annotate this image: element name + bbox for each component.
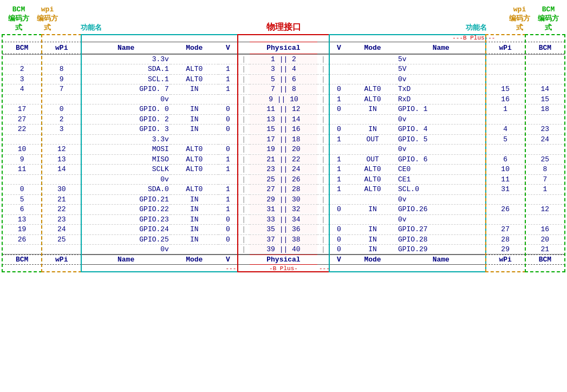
cell-pipe: | [238,54,250,64]
foot-v-right: V [329,255,349,265]
cell-name-l: SDA.1 [81,64,171,74]
cell-mode-l [171,54,218,64]
cell-name-r: GPIO. 6 [396,154,486,164]
cell-bcm-r [525,194,565,204]
cell-name-l: 3.3v [81,134,171,144]
cell-pipe: | [238,214,250,224]
cell-bcm-r [525,64,565,74]
cell-pipe: | [317,225,329,234]
cell-name-l: MISO [81,154,171,164]
foot-v-left: V [218,255,238,265]
cell-name-r: 5v [396,54,486,64]
cell-name-r: CE1 [396,174,486,184]
table-row: 47GPIO. 7IN1|7 || 8|0ALT0TxD1514 [2,84,565,94]
cell-name-r: 0v [396,74,486,84]
cell-mode-r [349,54,396,64]
cell-physical: 17 || 18 [250,134,317,144]
cell-pipe: | [317,165,329,174]
table-header-row: BCM wPi Name Mode V Physical V Mode Name… [2,42,565,54]
table-row: 2625GPIO.25IN0|37 || 38|0INGPIO.282820 [2,234,565,244]
cell-mode-r [349,145,396,154]
cell-name-l: GPIO.23 [81,214,171,224]
cell-name-l: 0v [81,245,171,254]
table-row: 0v|39 || 40|0INGPIO.292921 [2,245,565,254]
cell-v-l: 1 [218,185,238,194]
cell-name-r: 0v [396,194,486,204]
cell-v-l: 0 [218,145,238,154]
cell-mode-l: IN [171,104,218,114]
cell-bcm-r [525,54,565,64]
table-row: 39SCL.1ALT01|5 || 6|0v [2,74,565,84]
col-mode-right: Mode [349,42,396,54]
cell-v-r: 0 [329,84,349,94]
foot-bcm-left: BCM [2,255,42,265]
table-row: 272GPIO. 2IN0|13 || 14|0v [2,114,565,124]
cell-mode-l [171,245,218,254]
table-footer-row: BCM wPi Name Mode V Physical V Mode Name… [2,255,565,265]
cell-v-l: 1 [218,165,238,174]
cell-name-r: GPIO.26 [396,205,486,214]
col-physical-left: Physical [250,42,317,54]
table-wrapper: ---B Plus--- BCM wPi Name Mode V Physica… [2,34,565,273]
cell-name-r: GPIO. 1 [396,104,486,114]
cell-physical: 5 || 6 [250,74,317,84]
cell-wpi-l: 13 [42,154,81,164]
cell-name-r: 5V [396,64,486,74]
cell-mode-l: ALT0 [171,185,218,194]
cell-mode-r [349,194,396,204]
cell-mode-r [349,64,396,74]
table-row: 1114SCLKALT01|23 || 24|1ALT0CE0108 [2,165,565,174]
cell-v-r [329,54,349,64]
cell-wpi-r: 11 [486,174,525,184]
left-bcm-header: BCM 编码方式 [6,5,31,33]
cell-v-r [329,74,349,84]
cell-v-r [329,114,349,124]
table-row: 3.3v|1 || 2|5v [2,54,565,64]
table-row: 622GPIO.22IN1|31 || 32|0INGPIO.262612 [2,205,565,214]
cell-v-r: 0 [329,234,349,244]
cell-bcm-l: 2 [2,64,42,74]
cell-pipe: | [238,194,250,204]
cell-v-r [329,194,349,204]
cell-v-l [218,94,238,104]
cell-bcm-r: 16 [525,225,565,234]
cell-bcm-r: 23 [525,125,565,134]
cell-bcm-r: 18 [525,104,565,114]
table-row: 1323GPIO.23IN0|33 || 34|0v [2,214,565,224]
table-row: 1012MOSIALT00|19 || 20|0v [2,145,565,154]
cell-name-l: SDA.0 [81,185,171,194]
table-row: 3.3v|17 || 18|1OUTGPIO. 5524 [2,134,565,144]
cell-pipe: | [238,165,250,174]
cell-mode-r: IN [349,205,396,214]
foot-bcm-right: BCM [525,255,565,265]
col-pipe-2 [317,42,329,54]
cell-bcm-l: 26 [2,234,42,244]
cell-wpi-r: 4 [486,125,525,134]
cell-name-l: MOSI [81,145,171,154]
cell-pipe: | [238,64,250,74]
cell-mode-l: IN [171,234,218,244]
cell-pipe: | [238,185,250,194]
cell-name-r: 0v [396,214,486,224]
cell-name-r: GPIO.29 [396,245,486,254]
cell-wpi-r [486,74,525,84]
left-wpi-header: wpi 编码方式 [35,5,60,33]
cell-v-l: 1 [218,64,238,74]
cell-mode-l [171,134,218,144]
cell-mode-l: IN [171,205,218,214]
cell-pipe: | [238,145,250,154]
foot-name-left: Name [81,255,171,265]
cell-mode-r [349,214,396,224]
cell-bcm-r: 21 [525,245,565,254]
cell-mode-l [171,94,218,104]
cell-name-r: RxD [396,94,486,104]
cell-physical: 7 || 8 [250,84,317,94]
col-name-left: Name [81,42,171,54]
cell-bcm-r: 25 [525,154,565,164]
cell-pipe: | [238,234,250,244]
cell-pipe: | [317,234,329,244]
cell-mode-r [349,74,396,84]
cell-name-l: GPIO. 7 [81,84,171,94]
cell-bcm-l: 10 [2,145,42,154]
cell-v-r [329,145,349,154]
